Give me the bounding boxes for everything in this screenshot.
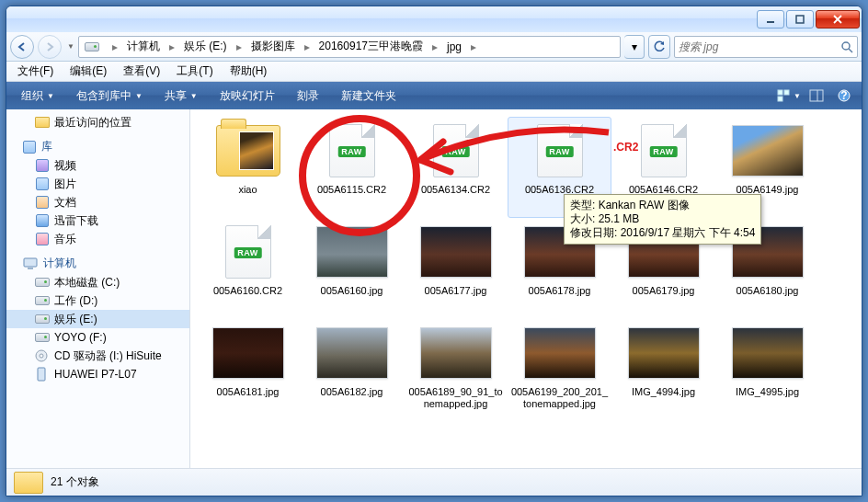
file-name: 005A6115.CR2 [317, 184, 386, 196]
tree-music[interactable]: 音乐 [6, 230, 189, 248]
status-folder-icon [14, 472, 43, 494]
file-name: 005A6182.jpg [321, 386, 383, 398]
file-item[interactable]: 005A6181.jpg [196, 319, 300, 420]
search-box[interactable] [674, 36, 858, 58]
menu-edit[interactable]: 编辑(E) [63, 62, 114, 81]
svg-rect-6 [778, 90, 782, 95]
titlebar [6, 6, 862, 32]
include-in-library-button[interactable]: 包含到库中▼ [67, 85, 152, 108]
search-input[interactable] [675, 40, 837, 53]
maximize-button[interactable] [786, 10, 814, 29]
svg-rect-1 [796, 16, 804, 23]
chevron-right-icon[interactable]: ▸ [301, 40, 314, 53]
tree-drive-c[interactable]: 本地磁盘 (C:) [6, 273, 189, 291]
video-icon [36, 159, 49, 172]
file-name: 005A6180.jpg [737, 285, 799, 297]
file-item[interactable]: 005A6160.jpg [300, 218, 404, 319]
tree-drive-cd[interactable]: CD 驱动器 (I:) HiSuite [6, 347, 189, 365]
image-thumb [732, 121, 804, 180]
file-item[interactable]: RAW005A6134.CR2 [404, 117, 508, 218]
svg-point-16 [40, 354, 43, 358]
tree-computer-header[interactable]: 计算机 [6, 248, 189, 273]
nav-tree[interactable]: 最近访问的位置 库 视频 图片 文档 迅雷下载 音乐 计算机 本地磁盘 (C:)… [6, 109, 190, 468]
file-name: 005A6160.CR2 [213, 285, 282, 297]
file-item[interactable]: 005A6189_90_91_tonemapped.jpg [404, 319, 508, 420]
minimize-button[interactable] [757, 10, 784, 29]
file-name: 005A6199_200_201_tonemapped.jpg [510, 386, 609, 410]
file-item[interactable]: 005A6199_200_201_tonemapped.jpg [508, 319, 611, 420]
tree-pictures[interactable]: 图片 [6, 175, 189, 193]
navbar: ▼ ▸ 计算机 ▸ 娱乐 (E:) ▸ 摄影图库 ▸ 20160917三甲港晚霞… [6, 32, 862, 62]
tree-drive-e[interactable]: 娱乐 (E:) [6, 310, 189, 328]
menu-help[interactable]: 帮助(H) [223, 62, 275, 81]
search-icon[interactable] [837, 40, 857, 53]
close-button[interactable] [816, 10, 860, 29]
file-name: 005A6179.jpg [633, 285, 695, 297]
raw-file-icon: RAW [628, 121, 700, 180]
new-folder-button[interactable]: 新建文件夹 [332, 85, 405, 108]
share-button[interactable]: 共享▼ [155, 85, 207, 108]
breadcrumb-seg[interactable]: 摄影图库 [246, 37, 301, 57]
file-item[interactable]: IMG_4994.jpg [611, 319, 715, 420]
chevron-right-icon[interactable]: ▸ [428, 40, 441, 53]
history-dropdown-icon[interactable]: ▼ [65, 42, 74, 51]
file-item[interactable]: 005A6177.jpg [404, 218, 508, 319]
raw-file-icon: RAW [316, 121, 388, 180]
chevron-right-icon[interactable]: ▸ [233, 40, 246, 53]
svg-rect-7 [784, 90, 789, 95]
file-item[interactable]: IMG_4995.jpg [715, 319, 819, 420]
menu-tools[interactable]: 工具(T) [169, 62, 220, 81]
drive-icon [35, 333, 50, 342]
chevron-right-icon[interactable]: ▸ [467, 40, 480, 53]
tree-phone[interactable]: HUAWEI P7-L07 [6, 365, 189, 383]
file-item[interactable]: RAW005A6115.CR2 [300, 117, 404, 218]
menu-file[interactable]: 文件(F) [10, 62, 61, 81]
svg-rect-17 [38, 368, 45, 381]
libraries-icon [23, 141, 36, 154]
help-button[interactable]: ? [832, 86, 856, 106]
tooltip-size: 大小: 25.1 MB [570, 212, 755, 226]
chevron-right-icon[interactable]: ▸ [166, 40, 178, 53]
tree-drive-d[interactable]: 工作 (D:) [6, 291, 189, 310]
chevron-right-icon[interactable]: ▸ [108, 40, 121, 53]
file-pane[interactable]: xiaoRAW005A6115.CR2RAW005A6134.CR2RAW005… [190, 109, 862, 468]
image-thumb [420, 324, 492, 382]
view-options-button[interactable]: ▼ [777, 86, 801, 106]
menu-view[interactable]: 查看(V) [116, 62, 167, 81]
tree-drive-f[interactable]: YOYO (F:) [6, 328, 189, 347]
refresh-button[interactable] [648, 35, 670, 59]
breadcrumb-seg[interactable]: 计算机 [121, 37, 166, 57]
breadcrumb-dropdown[interactable]: ▾ [624, 35, 645, 59]
preview-pane-button[interactable] [805, 86, 828, 106]
forward-button[interactable] [38, 35, 62, 59]
file-name: IMG_4995.jpg [736, 386, 799, 398]
disc-icon [35, 349, 50, 362]
tooltip-date: 修改日期: 2016/9/17 星期六 下午 4:54 [570, 226, 755, 240]
status-text: 21 个对象 [51, 474, 99, 490]
tree-documents[interactable]: 文档 [6, 193, 189, 211]
breadcrumb-seg[interactable]: jpg [441, 37, 467, 57]
file-item[interactable]: xiao [196, 117, 300, 218]
tree-video[interactable]: 视频 [6, 156, 189, 175]
explorer-window: ▼ ▸ 计算机 ▸ 娱乐 (E:) ▸ 摄影图库 ▸ 20160917三甲港晚霞… [6, 6, 862, 496]
file-name: 005A6178.jpg [529, 285, 591, 297]
documents-icon [36, 196, 49, 209]
breadcrumb-seg[interactable]: 娱乐 (E:) [178, 37, 233, 57]
body: 最近访问的位置 库 视频 图片 文档 迅雷下载 音乐 计算机 本地磁盘 (C:)… [6, 109, 862, 468]
organize-button[interactable]: 组织▼ [12, 85, 63, 108]
file-item[interactable]: RAW005A6160.CR2 [196, 218, 300, 319]
file-item[interactable]: 005A6182.jpg [300, 319, 404, 420]
tree-libraries-header[interactable]: 库 [6, 131, 189, 156]
tree-thunder[interactable]: 迅雷下载 [6, 211, 189, 230]
svg-rect-9 [810, 90, 823, 101]
breadcrumb[interactable]: ▸ 计算机 ▸ 娱乐 (E:) ▸ 摄影图库 ▸ 20160917三甲港晚霞 ▸… [78, 36, 621, 58]
drive-icon [35, 314, 50, 324]
computer-icon [23, 257, 38, 270]
music-icon [36, 233, 49, 245]
burn-button[interactable]: 刻录 [288, 85, 328, 108]
tree-recent[interactable]: 最近访问的位置 [6, 113, 189, 131]
breadcrumb-seg[interactable]: 20160917三甲港晚霞 [314, 37, 428, 57]
file-name: 005A6177.jpg [425, 285, 487, 297]
slideshow-button[interactable]: 放映幻灯片 [211, 85, 284, 108]
back-button[interactable] [10, 35, 34, 59]
